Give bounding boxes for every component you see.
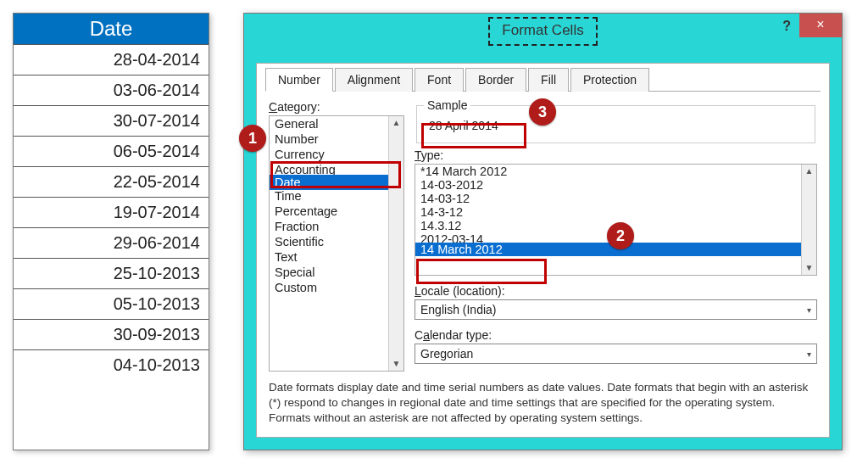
category-listbox[interactable]: General Number Currency Accounting Date … <box>269 115 404 372</box>
table-row[interactable]: 06-05-2014 <box>14 137 209 167</box>
category-item-number[interactable]: Number <box>270 131 388 147</box>
table-row[interactable]: 29-06-2014 <box>14 228 209 259</box>
category-item-accounting[interactable]: Accounting <box>270 162 388 175</box>
format-cells-dialog: Format Cells ? × Number Alignment Font B… <box>243 13 843 450</box>
calendar-label: Calendar type: <box>415 328 817 342</box>
callout-badge-3: 3 <box>529 98 556 126</box>
table-row[interactable]: 30-09-2013 <box>14 320 209 350</box>
dialog-tabs: Number Alignment Font Border Fill Protec… <box>265 67 821 92</box>
tab-alignment[interactable]: Alignment <box>335 68 413 92</box>
category-label: Category: <box>269 100 404 114</box>
chevron-down-icon: ▾ <box>807 349 811 359</box>
scroll-down-icon[interactable]: ▼ <box>389 357 403 371</box>
category-item-general[interactable]: General <box>270 116 388 131</box>
table-row[interactable]: 04-10-2013 <box>14 350 209 380</box>
dialog-title: Format Cells <box>488 17 597 46</box>
table-row[interactable]: 25-10-2013 <box>14 259 209 289</box>
type-item[interactable]: *14 March 2012 <box>415 165 801 178</box>
category-scrollbar[interactable]: ▲ ▼ <box>388 116 403 371</box>
close-button[interactable]: × <box>799 14 842 37</box>
tab-protection[interactable]: Protection <box>570 68 649 92</box>
table-row[interactable]: 30-07-2014 <box>14 106 209 137</box>
category-item-time[interactable]: Time <box>270 188 388 204</box>
type-item[interactable]: 14-03-12 <box>415 192 801 205</box>
tab-number[interactable]: Number <box>265 68 333 92</box>
chevron-down-icon: ▾ <box>807 305 811 315</box>
locale-value: English (India) <box>420 303 497 316</box>
type-label: Type: <box>415 148 817 162</box>
category-item-special[interactable]: Special <box>270 265 388 280</box>
help-button[interactable]: ? <box>782 19 791 34</box>
table-row[interactable]: 03-06-2014 <box>14 75 209 106</box>
format-info-text: Date formats display date and time seria… <box>257 372 829 427</box>
type-scrollbar[interactable]: ▲ ▼ <box>801 165 816 275</box>
column-header-date: Date <box>14 14 209 45</box>
tab-font[interactable]: Font <box>415 68 464 92</box>
category-item-currency[interactable]: Currency <box>270 147 388 162</box>
type-listbox[interactable]: *14 March 2012 14-03-2012 14-03-12 14-3-… <box>415 164 817 276</box>
category-item-fraction[interactable]: Fraction <box>270 219 388 234</box>
scroll-up-icon[interactable]: ▲ <box>389 116 403 130</box>
type-item[interactable]: 14-3-12 <box>415 205 801 219</box>
type-item-selected[interactable]: 14 March 2012 <box>415 243 801 256</box>
tab-border[interactable]: Border <box>465 68 526 92</box>
scroll-down-icon[interactable]: ▼ <box>802 261 816 275</box>
calendar-select[interactable]: Gregorian ▾ <box>415 344 817 364</box>
category-item-text[interactable]: Text <box>270 249 388 265</box>
locale-select[interactable]: English (India) ▾ <box>415 299 817 320</box>
table-row[interactable]: 19-07-2014 <box>14 198 209 228</box>
category-item-percentage[interactable]: Percentage <box>270 204 388 219</box>
sample-value: 28 April 2014 <box>424 117 504 134</box>
table-row[interactable]: 05-10-2013 <box>14 289 209 320</box>
calendar-value: Gregorian <box>420 347 473 360</box>
dialog-titlebar: Format Cells ? × <box>244 14 842 51</box>
scroll-up-icon[interactable]: ▲ <box>802 165 816 178</box>
callout-badge-1: 1 <box>239 125 266 152</box>
category-item-scientific[interactable]: Scientific <box>270 234 388 249</box>
locale-label: Locale (location): <box>415 284 817 298</box>
category-item-custom[interactable]: Custom <box>270 280 388 295</box>
sample-label: Sample <box>424 98 470 112</box>
type-item[interactable]: 14-03-2012 <box>415 178 801 192</box>
table-row[interactable]: 22-05-2014 <box>14 167 209 198</box>
callout-badge-2: 2 <box>607 222 634 249</box>
table-row[interactable]: 28-04-2014 <box>14 45 209 75</box>
date-column-table: Date 28-04-2014 03-06-2014 30-07-2014 06… <box>13 13 209 450</box>
tab-fill[interactable]: Fill <box>528 68 569 92</box>
